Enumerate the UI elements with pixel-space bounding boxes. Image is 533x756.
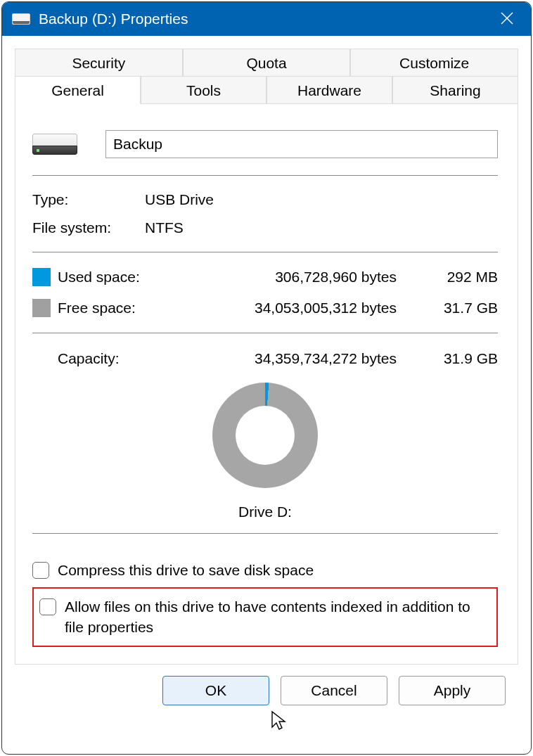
tabstrip: Security Quota Customize General Tools H… xyxy=(15,49,518,665)
usage-chart-label: Drive D: xyxy=(32,492,498,533)
titlebar-left: Backup (D:) Properties xyxy=(12,11,188,27)
used-space-label: Used space: xyxy=(58,269,177,286)
checkbox-icon xyxy=(32,562,49,579)
checkbox-icon xyxy=(39,598,56,615)
free-space-hr: 31.7 GB xyxy=(413,300,498,316)
dialog-footer: OK Cancel Apply xyxy=(15,665,518,717)
capacity-row: Capacity: 34,359,734,272 bytes 31.9 GB xyxy=(32,333,498,376)
usage-chart-wrap xyxy=(32,376,498,492)
close-icon xyxy=(500,11,514,25)
cancel-button[interactable]: Cancel xyxy=(281,676,387,705)
type-fs-section: Type: USB Drive File system: NTFS xyxy=(32,176,498,252)
highlight-index-option: Allow files on this drive to have conten… xyxy=(32,587,498,647)
tab-general[interactable]: General xyxy=(15,76,141,104)
client-area: Security Quota Customize General Tools H… xyxy=(2,36,531,754)
tab-sharing[interactable]: Sharing xyxy=(392,76,518,104)
apply-button[interactable]: Apply xyxy=(399,676,506,705)
type-label: Type: xyxy=(32,191,145,208)
options-section: Compress this drive to save disk space A… xyxy=(32,534,498,647)
compress-option[interactable]: Compress this drive to save disk space xyxy=(32,558,498,583)
capacity-bytes: 34,359,734,272 bytes xyxy=(177,350,413,367)
tab-row-top: Security Quota Customize xyxy=(15,49,518,76)
used-space-bytes: 306,728,960 bytes xyxy=(177,269,413,286)
tab-quota[interactable]: Quota xyxy=(183,49,351,77)
free-space-bytes: 34,053,005,312 bytes xyxy=(177,300,413,316)
titlebar: Backup (D:) Properties xyxy=(2,2,531,36)
free-swatch-icon xyxy=(32,299,51,317)
space-section: Used space: 306,728,960 bytes 292 MB Fre… xyxy=(32,252,498,333)
capacity-label: Capacity: xyxy=(58,350,177,367)
free-space-label: Free space: xyxy=(58,300,177,316)
type-value: USB Drive xyxy=(145,191,498,208)
tab-customize[interactable]: Customize xyxy=(350,49,518,77)
drive-icon xyxy=(12,13,30,25)
drive-name-input[interactable] xyxy=(105,130,498,158)
filesystem-value: NTFS xyxy=(145,219,498,236)
used-space-hr: 292 MB xyxy=(413,269,498,286)
index-option[interactable]: Allow files on this drive to have conten… xyxy=(39,594,491,640)
tab-panel-general: Type: USB Drive File system: NTFS Used s… xyxy=(15,103,518,665)
used-swatch-icon xyxy=(32,268,51,286)
ok-button[interactable]: OK xyxy=(162,676,269,705)
usage-pie-chart xyxy=(212,383,318,488)
drive-large-icon xyxy=(32,134,77,155)
filesystem-label: File system: xyxy=(32,219,145,236)
tab-tools[interactable]: Tools xyxy=(141,76,266,104)
tab-hardware[interactable]: Hardware xyxy=(266,76,392,104)
tab-security[interactable]: Security xyxy=(15,49,183,77)
index-label: Allow files on this drive to have conten… xyxy=(65,597,491,637)
capacity-hr: 31.9 GB xyxy=(413,350,498,367)
close-button[interactable] xyxy=(493,7,521,31)
properties-dialog: Backup (D:) Properties Security Quota Cu… xyxy=(1,1,532,755)
drive-name-row xyxy=(32,130,498,175)
tab-row-bottom: General Tools Hardware Sharing xyxy=(15,76,518,103)
compress-label: Compress this drive to save disk space xyxy=(58,560,314,580)
window-title: Backup (D:) Properties xyxy=(39,11,188,27)
